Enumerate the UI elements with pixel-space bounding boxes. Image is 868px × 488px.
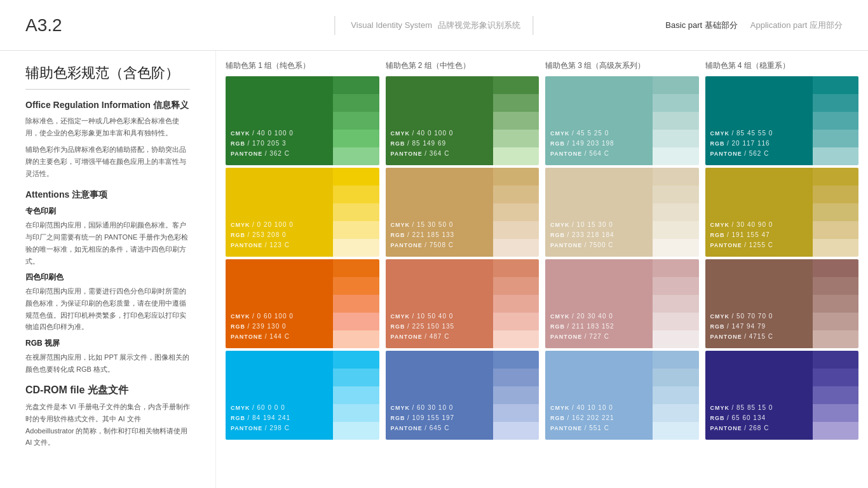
- page-title: A3.2: [25, 15, 62, 36]
- swatch-3-4-4: [653, 404, 698, 422]
- info-regulation-title: Office Regulation Information 信息释义: [25, 100, 190, 111]
- color-card-2-2: CMYK / 15 30 50 0 RGB / 221 185 133 PANT…: [386, 168, 539, 257]
- swatch-1-3-5: [333, 330, 379, 348]
- nav-basic-part[interactable]: Basic part 基础部分: [665, 20, 737, 31]
- swatch-2-2-2: [493, 186, 539, 203]
- nav-application-part[interactable]: Application part 应用部分: [750, 20, 843, 31]
- swatch-2-1-1: [493, 76, 539, 94]
- swatch-1-3-1: [333, 259, 379, 277]
- nav-divider-right: [533, 16, 534, 35]
- color-card-3-1: CMYK / 45 5 25 0 RGB / 149 203 198 PANTO…: [545, 76, 699, 165]
- swatch-1-2-1: [333, 168, 379, 186]
- swatch-4-1-2: [813, 94, 858, 112]
- color-info-3-4: CMYK / 40 10 10 0 RGB / 162 202 221 PANT…: [550, 403, 614, 433]
- color-info-4-4: CMYK / 85 85 15 0 RGB / 65 60 134 PANTON…: [710, 403, 773, 433]
- column-header-1: 辅助色第 1 组（纯色系）: [226, 60, 379, 71]
- color-info-2-4: CMYK / 60 30 10 0 RGB / 109 155 197 PANT…: [391, 403, 455, 433]
- swatch-3-2-5: [653, 239, 698, 257]
- swatch-2-2-4: [493, 221, 539, 239]
- color-card-1-2: CMYK / 0 20 100 0 RGB / 253 208 0 PANTON…: [226, 168, 379, 257]
- swatch-2-2-1: [493, 168, 539, 186]
- swatch-4-4-5: [813, 422, 858, 440]
- swatch-2-3-2: [493, 277, 539, 295]
- swatch-2-4-1: [493, 351, 539, 369]
- swatch-4-3-1: [813, 259, 858, 277]
- swatch-1-1-4: [333, 130, 379, 147]
- color-card-4-4: CMYK / 85 85 15 0 RGB / 65 60 134 PANTON…: [705, 351, 859, 440]
- color-card-1-3: CMYK / 0 60 100 0 RGB / 239 130 0 PANTON…: [226, 259, 379, 348]
- color-column-1: 辅助色第 1 组（纯色系） CMYK / 40 0 100 0 RGB / 17…: [222, 60, 383, 482]
- swatch-1-1-3: [333, 112, 379, 130]
- swatch-3-1-1: [653, 76, 698, 94]
- sub-title-3: RGB 视屏: [25, 338, 190, 349]
- attention-title: Attentions 注意事项: [25, 189, 190, 201]
- swatch-4-1-4: [813, 130, 858, 147]
- nav-visual-identity[interactable]: Visual Identity System 品牌视觉形象识别系统: [348, 20, 520, 31]
- color-card-4-1: CMYK / 85 45 55 0 RGB / 20 117 116 PANTO…: [705, 76, 859, 165]
- swatch-1-4-1: [333, 351, 379, 369]
- swatch-1-4-4: [333, 404, 379, 422]
- color-card-1-1: CMYK / 40 0 100 0 RGB / 170 205 3 PANTON…: [226, 76, 379, 165]
- color-info-4-1: CMYK / 85 45 55 0 RGB / 20 117 116 PANTO…: [710, 128, 773, 159]
- swatch-1-2-5: [333, 239, 379, 257]
- nav-divider-left: [334, 16, 335, 35]
- swatch-3-1-2: [653, 94, 698, 112]
- info-text-2: 辅助色彩作为品牌标准色彩的辅助搭配，协助突出品牌的主要色彩，可增强平铺在颜色应用…: [25, 144, 190, 179]
- color-card-2-1: CMYK / 40 0 100 0 RGB / 85 149 69 PANTON…: [386, 76, 539, 165]
- sub-text-2: 在印刷范围内应用，需要进行四色分色印刷时所需的颜色标准，为保证印刷的色彩质量，请…: [25, 285, 190, 333]
- color-column-4: 辅助色第 4 组（稳重系） CMYK / 85 45 55 0 RGB / 20…: [702, 60, 862, 482]
- swatch-4-2-1: [813, 168, 858, 186]
- swatch-1-1-2: [333, 94, 379, 112]
- color-info-2-2: CMYK / 15 30 50 0 RGB / 221 185 133 PANT…: [391, 220, 455, 250]
- swatch-1-2-2: [333, 186, 379, 203]
- swatch-1-4-3: [333, 386, 379, 404]
- swatch-2-2-5: [493, 239, 539, 257]
- color-info-2-3: CMYK / 10 50 40 0 RGB / 225 150 135 PANT…: [391, 311, 455, 342]
- swatch-3-4-1: [653, 351, 698, 369]
- swatch-4-2-5: [813, 239, 858, 257]
- info-text-1: 除标准色，还指定一种或几种色彩来配合标准色使用，使企业的色彩形象更加丰富和具有独…: [25, 115, 190, 139]
- swatch-3-3-3: [653, 295, 698, 313]
- swatch-2-1-2: [493, 94, 539, 112]
- swatch-4-3-5: [813, 330, 858, 348]
- swatch-4-1-5: [813, 147, 858, 165]
- swatch-2-3-1: [493, 259, 539, 277]
- swatch-3-4-5: [653, 422, 698, 440]
- color-info-4-3: CMYK / 50 70 70 0 RGB / 147 94 79 PANTON…: [710, 311, 774, 342]
- swatch-2-1-5: [493, 147, 539, 165]
- swatch-4-2-2: [813, 186, 858, 203]
- column-header-4: 辅助色第 4 组（稳重系）: [705, 60, 859, 71]
- color-info-3-2: CMYK / 10 15 30 0 RGB / 233 218 184 PANT…: [550, 220, 614, 250]
- color-card-4-3: CMYK / 50 70 70 0 RGB / 147 94 79 PANTON…: [705, 259, 859, 348]
- swatch-4-2-4: [813, 221, 858, 239]
- swatch-1-2-3: [333, 203, 379, 221]
- color-info-1-4: CMYK / 60 0 0 0 RGB / 84 194 241 PANTONE…: [231, 403, 290, 433]
- section-title: 辅助色彩规范（含色阶）: [25, 64, 190, 90]
- swatch-3-4-3: [653, 386, 698, 404]
- color-info-1-1: CMYK / 40 0 100 0 RGB / 170 205 3 PANTON…: [231, 128, 294, 159]
- color-info-1-2: CMYK / 0 20 100 0 RGB / 253 208 0 PANTON…: [231, 220, 294, 250]
- sidebar: 辅助色彩规范（含色阶） Office Regulation Informatio…: [0, 51, 216, 488]
- swatch-1-3-2: [333, 277, 379, 295]
- swatch-1-4-5: [333, 422, 379, 440]
- cdrom-text: 光盘文件是本 VI 手册电子文件的集合，内含手册制作时的专用软件格式文件。其中 …: [25, 401, 190, 449]
- column-header-3: 辅助色第 3 组（高级灰系列）: [545, 60, 699, 71]
- swatch-2-3-5: [493, 330, 539, 348]
- swatch-3-1-3: [653, 112, 698, 130]
- color-info-3-3: CMYK / 20 30 40 0 RGB / 211 183 152 PANT…: [550, 311, 614, 342]
- color-grid: 辅助色第 1 组（纯色系） CMYK / 40 0 100 0 RGB / 17…: [216, 51, 868, 488]
- swatch-4-4-1: [813, 351, 858, 369]
- swatch-3-2-1: [653, 168, 698, 186]
- sub-text-3: 在视屏范围内应用，比如 PPT 展示文件，图像相关的颜色也要转化成 RGB 格式…: [25, 351, 190, 375]
- color-info-3-1: CMYK / 45 5 25 0 RGB / 149 203 198 PANTO…: [550, 128, 614, 159]
- content: 辅助色彩规范（含色阶） Office Regulation Informatio…: [0, 51, 868, 488]
- swatch-4-3-4: [813, 313, 858, 330]
- swatch-3-1-5: [653, 147, 698, 165]
- color-column-2: 辅助色第 2 组（中性色） CMYK / 40 0 100 0 RGB / 85…: [383, 60, 543, 482]
- swatch-4-4-4: [813, 404, 858, 422]
- swatch-1-1-1: [333, 76, 379, 94]
- swatch-3-2-4: [653, 221, 698, 239]
- color-info-4-2: CMYK / 30 40 90 0 RGB / 191 155 47 PANTO…: [710, 220, 774, 250]
- swatch-3-3-2: [653, 277, 698, 295]
- swatch-3-3-4: [653, 313, 698, 330]
